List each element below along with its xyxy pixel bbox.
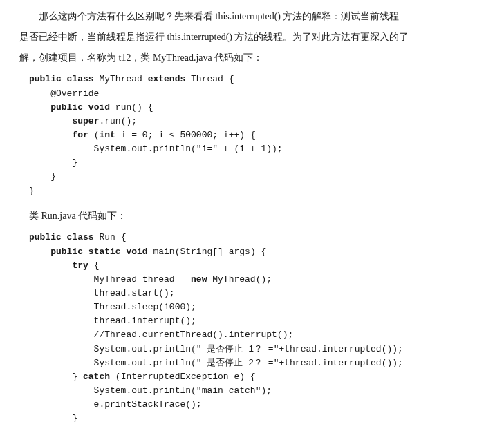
code-text	[29, 260, 72, 271]
code-keyword: public void	[50, 102, 110, 113]
code-line: thread.interrupt();	[29, 316, 196, 326]
code-line: System.out.println("i=" + (i + 1));	[29, 144, 283, 154]
code-text: main(String[] args) {	[148, 247, 267, 257]
code-keyword: try	[72, 260, 88, 271]
code-line: }	[29, 157, 77, 168]
code-keyword: extends	[148, 74, 186, 84]
code-line: System.out.println(" 是否停止 2？ ="+thread.i…	[29, 358, 403, 368]
code-text: Run {	[94, 232, 127, 242]
code-text: MyThread	[94, 74, 148, 84]
code-text: MyThread thread =	[29, 274, 191, 285]
code-line: @Override	[29, 88, 99, 99]
code-text: run() {	[110, 102, 153, 113]
code-text: (InterruptedException e) {	[110, 372, 256, 382]
code-text: i = 0; i < 500000; i++) {	[115, 130, 256, 140]
code-text: Thread {	[185, 74, 234, 84]
code-text	[29, 102, 50, 113]
code-line: }	[29, 171, 56, 182]
code-line: Thread.sleep(1000);	[29, 302, 196, 312]
code-text: (	[88, 130, 100, 140]
run-java-label: 类 Run.java 代码如下：	[29, 208, 485, 224]
code-block-mythread: public class MyThread extends Thread { @…	[29, 73, 485, 198]
code-line: thread.start();	[29, 288, 175, 298]
code-text: .run();	[99, 116, 137, 126]
code-line: System.out.println(" 是否停止 1？ ="+thread.i…	[29, 344, 403, 354]
code-keyword: super	[72, 116, 99, 126]
code-line: e.printStackTrace();	[29, 399, 202, 410]
code-keyword: new	[191, 274, 207, 285]
code-block-run: public class Run { public static void ma…	[29, 231, 485, 422]
code-keyword: public class	[29, 232, 94, 242]
code-line: }	[29, 186, 35, 196]
code-keyword: catch	[83, 372, 110, 382]
code-text: {	[88, 260, 100, 271]
code-text: }	[29, 372, 83, 382]
code-keyword: int	[99, 130, 115, 140]
code-line: //Thread.currentThread().interrupt();	[29, 329, 293, 340]
code-text	[29, 130, 72, 140]
intro-paragraph-line-3: 解，创建项目，名称为 t12，类 MyThread.java 代码如下：	[19, 50, 485, 66]
intro-paragraph-line-2: 是否已经中断，当前线程是指运行 this.interrupted() 方法的线程…	[19, 29, 485, 46]
code-keyword: for	[72, 130, 88, 140]
intro-paragraph-line-1: 那么这两个方法有什么区别呢？先来看看 this.interrupted() 方法…	[19, 8, 485, 25]
code-text	[29, 116, 72, 126]
code-text: MyThread();	[207, 274, 272, 285]
code-keyword: public class	[29, 74, 94, 84]
code-keyword: public static void	[50, 247, 147, 257]
code-line: }	[29, 413, 77, 422]
code-text	[29, 247, 50, 257]
code-line: System.out.println("main catch");	[29, 385, 272, 396]
